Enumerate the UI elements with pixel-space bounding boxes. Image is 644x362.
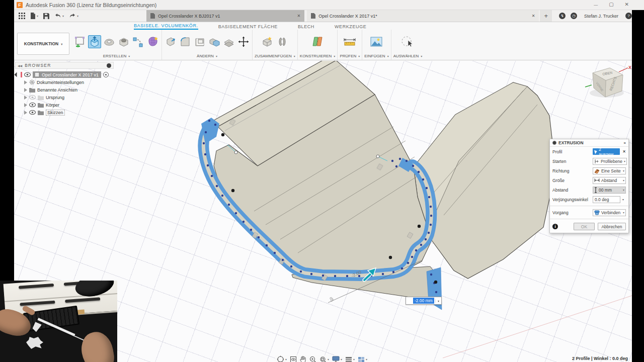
ribbon-tab-surface[interactable]: BASISELEMENT FLÄCHE — [218, 24, 278, 30]
look-at-icon[interactable] — [290, 356, 297, 362]
info-icon[interactable]: i — [552, 224, 558, 229]
expand-dialog-icon[interactable] — [624, 141, 626, 145]
revolve-icon[interactable] — [103, 35, 116, 48]
group-label-aendern[interactable]: ÄNDERN — [197, 53, 217, 60]
dropdown-caret-icon[interactable] — [620, 198, 626, 201]
expander-icon[interactable] — [24, 88, 27, 92]
group-label-erstellen[interactable]: ERSTELLEN — [103, 53, 130, 60]
save-icon[interactable] — [42, 13, 51, 19]
distance-input[interactable]: 00 mm — [593, 187, 626, 194]
press-pull-icon[interactable] — [164, 35, 177, 48]
app-grid-icon[interactable] — [17, 13, 27, 19]
visibility-eye-icon[interactable] — [24, 72, 31, 77]
user-account-button[interactable]: Stefan J. Trucker — [584, 14, 618, 19]
offset-face-icon[interactable] — [222, 35, 235, 48]
notification-clock-icon[interactable]: ◷ — [571, 13, 577, 19]
collapse-browser-icon[interactable] — [18, 63, 25, 68]
shell-icon[interactable] — [193, 35, 206, 48]
extrude-distance-floating-input[interactable]: -2.00 mm — [406, 297, 442, 305]
pan-icon[interactable] — [300, 356, 306, 362]
tree-item-benannte-ansichten[interactable]: Benannte Ansichten — [15, 86, 114, 94]
orbit-icon[interactable] — [277, 355, 287, 362]
help-icon[interactable]: ? — [625, 13, 632, 19]
visibility-eye-icon[interactable] — [29, 103, 36, 107]
fillet-icon[interactable] — [179, 35, 192, 48]
create-sketch-icon[interactable] — [73, 35, 87, 48]
ribbon-tab-tools[interactable]: WERKZEUGE — [335, 24, 366, 30]
tree-item-koerper[interactable]: Körper — [15, 101, 114, 109]
dialog-header[interactable]: EXTRUSION — [550, 139, 628, 147]
tab-label: Opel Crosslander X BJ2017 v1 — [158, 14, 220, 19]
measure-icon[interactable] — [343, 35, 356, 48]
browser-header[interactable]: BROWSER — [15, 62, 114, 69]
dialog-grip-icon — [552, 141, 556, 145]
taper-angle-input[interactable]: 0.0 deg — [593, 196, 620, 203]
layout-grid-icon[interactable] — [345, 356, 355, 362]
close-tab-icon[interactable] — [532, 14, 535, 18]
new-component-icon[interactable] — [261, 35, 274, 48]
floating-input-value[interactable]: -2.00 mm — [413, 298, 434, 304]
minimize-button[interactable] — [594, 0, 598, 10]
construct-plane-icon[interactable] — [311, 35, 324, 48]
job-status-icon[interactable]: ↯ — [559, 13, 566, 19]
viewports-icon[interactable] — [358, 356, 367, 362]
hole-icon[interactable] — [117, 35, 130, 48]
close-tab-icon[interactable] — [297, 14, 300, 18]
close-window-button[interactable] — [625, 0, 629, 10]
tree-item-skizzen[interactable]: Skizzen — [15, 109, 114, 116]
construction-dropdown-button[interactable]: KONSTRUKTION — [17, 33, 69, 55]
expander-icon[interactable] — [24, 96, 27, 100]
ribbon-tab-solid[interactable]: BASISELE. VOLUMENKÖR. — [134, 23, 198, 30]
direction-dropdown[interactable]: Eine Seite — [593, 167, 626, 174]
combine-icon[interactable] — [208, 35, 221, 48]
extent-dropdown[interactable]: Abstand — [593, 177, 626, 184]
new-tab-button[interactable] — [540, 10, 552, 22]
insert-image-icon[interactable] — [370, 35, 383, 48]
group-label-konstruieren[interactable]: KONSTRUIEREN — [300, 53, 336, 60]
tree-item-ursprung[interactable]: Ursprung — [15, 94, 114, 101]
start-dropdown[interactable]: Profilebene — [593, 158, 627, 165]
form-icon[interactable] — [146, 35, 159, 48]
group-einfuegen: EINFÜGEN — [362, 30, 391, 60]
tree-item-dokumenteinstellungen[interactable]: Dokumenteinstellungen — [15, 78, 114, 86]
maximize-button[interactable] — [609, 0, 613, 10]
group-label-auswaehlen[interactable]: AUSWÄHLEN — [393, 53, 423, 60]
document-tab-active[interactable]: Opel Crosslander X 2017 v1* — [307, 10, 539, 22]
group-label-pruefen[interactable]: PRÜFEN — [340, 53, 360, 60]
fit-icon[interactable] — [319, 356, 329, 362]
visibility-eye-icon[interactable] — [29, 95, 36, 100]
group-label-zusammenfuegen[interactable]: ZUSAMMENFÜGEN — [255, 53, 295, 60]
file-menu-icon[interactable] — [29, 13, 40, 19]
extrude-icon[interactable] — [88, 35, 101, 48]
select-icon[interactable] — [401, 35, 414, 48]
expander-icon[interactable] — [24, 80, 27, 84]
pipe-icon[interactable] — [132, 35, 145, 48]
clear-selection-icon[interactable] — [622, 149, 626, 154]
dropdown-caret-icon[interactable] — [435, 299, 441, 303]
profile-selection-chip[interactable]: 2 ausgew... — [593, 148, 620, 155]
ribbon-tab-sheetmetal[interactable]: BLECH — [298, 24, 314, 30]
cancel-button[interactable]: Abbrechen — [598, 223, 626, 230]
browser-tree: Opel Crosslander X 2017 v1 Dokumenteinst… — [15, 71, 114, 116]
activate-component-radio[interactable] — [103, 72, 109, 77]
operation-dropdown[interactable]: Verbinden — [593, 209, 626, 216]
browser-options-icon[interactable] — [107, 63, 111, 68]
joint-icon[interactable] — [276, 35, 289, 48]
undo-icon[interactable] — [53, 13, 65, 19]
zoom-icon[interactable] — [309, 356, 316, 362]
visibility-eye-icon[interactable] — [29, 110, 36, 115]
tree-root-row[interactable]: Opel Crosslander X 2017 v1 — [15, 71, 114, 78]
redo-icon[interactable] — [67, 13, 80, 19]
expander-icon[interactable] — [24, 103, 27, 107]
ok-button[interactable]: OK — [574, 223, 595, 230]
expander-icon[interactable] — [24, 111, 27, 115]
document-tab[interactable]: Opel Crosslander X BJ2017 v1 — [146, 10, 304, 22]
display-settings-icon[interactable] — [332, 356, 342, 362]
expander-icon[interactable] — [15, 72, 20, 77]
root-component-chip[interactable]: Opel Crosslander X 2017 v1 — [33, 71, 101, 78]
group-label-einfuegen[interactable]: EINFÜGEN — [364, 53, 388, 60]
move-icon[interactable] — [237, 35, 250, 48]
view-cube[interactable]: X OBEN RECHTS VORNE — [584, 62, 632, 102]
extrusion-dialog[interactable]: EXTRUSION Profil 2 ausgew... Starten Pro… — [549, 139, 629, 233]
taper-angle-value: 0.0 deg — [595, 197, 609, 202]
